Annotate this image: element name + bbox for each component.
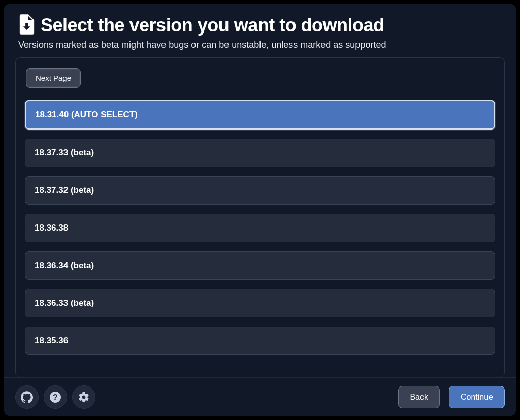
help-icon[interactable]: ? bbox=[44, 385, 67, 409]
download-file-icon bbox=[18, 14, 36, 37]
footer: ? Back Continue bbox=[4, 377, 516, 416]
version-list: 18.31.40 (AUTO SELECT)18.37.33 (beta)18.… bbox=[24, 100, 496, 356]
version-label: 18.35.36 bbox=[35, 336, 68, 345]
version-label: 18.36.38 bbox=[35, 223, 68, 233]
header: Select the version you want to download … bbox=[4, 4, 516, 56]
next-page-button[interactable]: Next Page bbox=[26, 68, 81, 88]
back-button[interactable]: Back bbox=[398, 386, 440, 408]
svg-text:?: ? bbox=[53, 393, 58, 402]
continue-button[interactable]: Continue bbox=[449, 386, 505, 408]
title-row: Select the version you want to download bbox=[18, 14, 505, 37]
app-window: Select the version you want to download … bbox=[4, 4, 516, 416]
github-icon[interactable] bbox=[15, 385, 39, 409]
version-item[interactable]: 18.31.40 (AUTO SELECT) bbox=[25, 100, 495, 130]
version-panel: Next Page 18.31.40 (AUTO SELECT)18.37.33… bbox=[15, 57, 505, 377]
gear-icon[interactable] bbox=[72, 385, 95, 409]
page-title: Select the version you want to download bbox=[41, 15, 384, 36]
version-item[interactable]: 18.37.33 (beta) bbox=[25, 139, 495, 167]
version-label: 18.37.33 (beta) bbox=[35, 148, 94, 157]
version-label: 18.36.34 (beta) bbox=[35, 261, 94, 270]
page-subtitle: Versions marked as beta might have bugs … bbox=[18, 40, 505, 50]
version-item[interactable]: 18.35.36 bbox=[25, 327, 495, 355]
version-item[interactable]: 18.36.38 bbox=[25, 214, 495, 242]
version-item[interactable]: 18.37.32 (beta) bbox=[25, 176, 495, 205]
version-label: 18.31.40 (AUTO SELECT) bbox=[35, 110, 138, 119]
version-item[interactable]: 18.36.33 (beta) bbox=[25, 289, 495, 317]
version-label: 18.36.33 (beta) bbox=[35, 298, 94, 308]
version-label: 18.37.32 (beta) bbox=[35, 185, 94, 195]
version-item[interactable]: 18.36.34 (beta) bbox=[25, 251, 495, 280]
footer-right: Back Continue bbox=[398, 386, 505, 408]
footer-left: ? bbox=[15, 385, 95, 409]
